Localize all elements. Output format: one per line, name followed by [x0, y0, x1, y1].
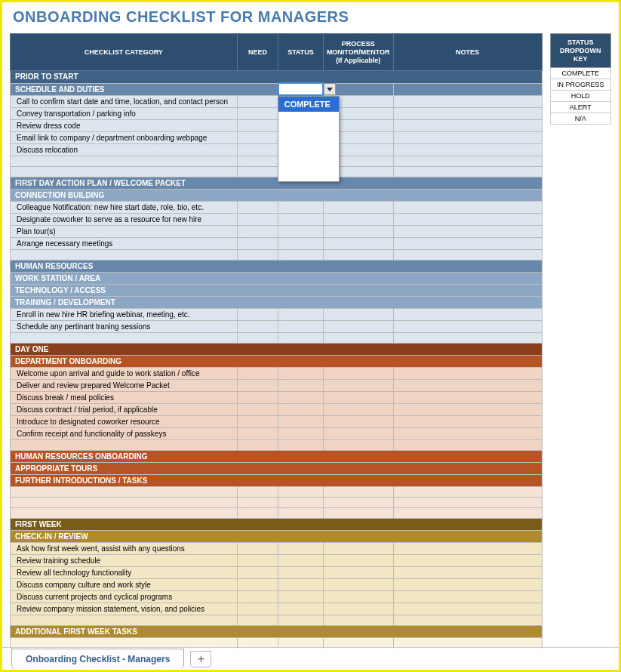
empty-cell[interactable]	[393, 225, 542, 237]
checklist-item-cell[interactable]: Discuss current projects and cyclical pr…	[11, 590, 238, 603]
empty-cell[interactable]	[323, 249, 393, 260]
empty-cell[interactable]	[393, 507, 542, 518]
col-need[interactable]: NEED	[237, 34, 278, 71]
empty-cell[interactable]	[11, 615, 238, 625]
empty-cell[interactable]	[237, 486, 278, 497]
empty-cell[interactable]	[278, 578, 324, 590]
empty-cell[interactable]	[393, 320, 542, 332]
checklist-item-cell[interactable]: Arrange necessary meetings	[11, 237, 238, 249]
empty-cell[interactable]	[278, 225, 324, 237]
empty-cell[interactable]	[237, 497, 278, 507]
empty-cell[interactable]	[237, 403, 278, 415]
empty-cell[interactable]	[323, 332, 393, 343]
empty-cell[interactable]	[393, 554, 542, 566]
empty-cell[interactable]	[237, 439, 278, 450]
empty-cell[interactable]	[323, 367, 393, 379]
empty-cell[interactable]	[393, 379, 542, 391]
empty-cell[interactable]	[278, 379, 324, 391]
checklist-item-cell[interactable]: Convey transportation / parking info	[11, 107, 238, 119]
empty-cell[interactable]	[11, 249, 238, 260]
empty-cell[interactable]	[278, 237, 324, 249]
empty-cell[interactable]	[278, 439, 324, 450]
empty-cell[interactable]	[11, 156, 238, 166]
dropdown-option[interactable]: COMPLETE	[278, 97, 339, 112]
empty-cell[interactable]	[278, 590, 324, 603]
col-monitor[interactable]: PROCESS MONITOR/MENTOR (If Applicable)	[323, 34, 393, 71]
col-status[interactable]: STATUS	[278, 34, 324, 71]
empty-cell[interactable]	[237, 590, 278, 603]
empty-cell[interactable]	[278, 554, 324, 566]
empty-cell[interactable]	[278, 542, 324, 554]
empty-cell[interactable]	[393, 131, 542, 143]
empty-cell[interactable]	[323, 554, 393, 566]
empty-cell[interactable]	[237, 308, 278, 320]
dropdown-option[interactable]: HOLD	[278, 136, 339, 151]
checklist-item-cell[interactable]: Ask how first week went, assist with any…	[11, 542, 238, 554]
empty-cell[interactable]	[237, 542, 278, 554]
checklist-item-cell[interactable]: Schedule any pertinant traning sessions	[11, 320, 238, 332]
empty-cell[interactable]	[278, 332, 324, 343]
section-header-cell[interactable]: HUMAN RESOURCES	[11, 260, 543, 272]
empty-cell[interactable]	[278, 403, 324, 415]
empty-cell[interactable]	[237, 320, 278, 332]
empty-cell[interactable]	[323, 603, 393, 615]
section-header-cell[interactable]: PRIOR TO START	[11, 71, 543, 84]
empty-cell[interactable]	[11, 497, 238, 507]
empty-cell[interactable]	[278, 249, 324, 260]
checklist-item-cell[interactable]: Discuss company culture and work style	[11, 578, 238, 590]
section-header-cell[interactable]: FIRST WEEK	[11, 518, 543, 530]
empty-cell[interactable]	[323, 566, 393, 578]
empty-cell[interactable]	[278, 497, 324, 507]
checklist-item-cell[interactable]: Enroll in new hire HR briefing webinar, …	[11, 308, 238, 320]
checklist-item-cell[interactable]: Deliver and review prepared Welcome Pack…	[11, 379, 238, 391]
empty-cell[interactable]	[323, 320, 393, 332]
empty-cell[interactable]	[323, 225, 393, 237]
col-notes[interactable]: NOTES	[393, 34, 542, 71]
empty-cell[interactable]	[237, 603, 278, 615]
empty-cell[interactable]	[237, 95, 278, 107]
empty-cell[interactable]	[323, 542, 393, 554]
empty-cell[interactable]	[11, 439, 238, 450]
section-header-cell[interactable]: TECHNOLOGY / ACCESS	[11, 284, 543, 296]
empty-cell[interactable]	[393, 143, 542, 156]
empty-cell[interactable]	[393, 427, 542, 439]
empty-cell[interactable]	[393, 486, 542, 497]
empty-cell[interactable]	[237, 166, 278, 177]
section-header-cell[interactable]: HUMAN RESOURCES ONBOARDING	[11, 450, 543, 462]
empty-cell[interactable]	[237, 554, 278, 566]
section-header-cell[interactable]: DAY ONE	[11, 343, 543, 355]
empty-cell[interactable]	[278, 415, 324, 427]
section-header-cell[interactable]: CHECK-IN / REVIEW	[11, 530, 543, 542]
section-header-cell[interactable]: TRAINING / DEVELOPMENT	[11, 296, 543, 308]
checklist-item-cell[interactable]: Review training schedule	[11, 554, 238, 566]
section-header-cell[interactable]: DEPARTMENT ONBOARDING	[11, 355, 543, 367]
empty-cell[interactable]	[393, 578, 542, 590]
empty-cell[interactable]	[237, 119, 278, 131]
empty-cell[interactable]	[237, 391, 278, 403]
checklist-item-cell[interactable]: Discuss break / meal policies	[11, 391, 238, 403]
empty-cell[interactable]	[393, 201, 542, 213]
section-header-cell[interactable]: FIRST DAY ACTION PLAN / WELCOME PACKET	[11, 177, 543, 189]
empty-cell[interactable]	[237, 379, 278, 391]
empty-cell[interactable]	[393, 83, 542, 95]
section-header-cell[interactable]: WORK STATION / AREA	[11, 272, 543, 284]
empty-cell[interactable]	[278, 320, 324, 332]
checklist-item-cell[interactable]: Designate coworker to serve as a resourc…	[11, 213, 238, 225]
empty-cell[interactable]	[237, 201, 278, 213]
empty-cell[interactable]	[323, 497, 393, 507]
empty-cell[interactable]	[237, 237, 278, 249]
empty-cell[interactable]	[393, 249, 542, 260]
section-header-cell[interactable]: APPROPRIATE TOURS	[11, 462, 543, 474]
empty-cell[interactable]	[323, 578, 393, 590]
empty-cell[interactable]	[278, 615, 324, 625]
checklist-item-cell[interactable]: Plan tour(s)	[11, 225, 238, 237]
dropdown-arrow-icon[interactable]	[324, 83, 336, 95]
dropdown-option[interactable]: IN PROGRESS	[278, 112, 339, 136]
empty-cell[interactable]	[278, 507, 324, 518]
empty-cell[interactable]	[237, 615, 278, 625]
empty-cell[interactable]	[278, 201, 324, 213]
empty-cell[interactable]	[323, 415, 393, 427]
empty-cell[interactable]	[11, 486, 238, 497]
empty-cell[interactable]	[237, 225, 278, 237]
empty-cell[interactable]	[237, 107, 278, 119]
